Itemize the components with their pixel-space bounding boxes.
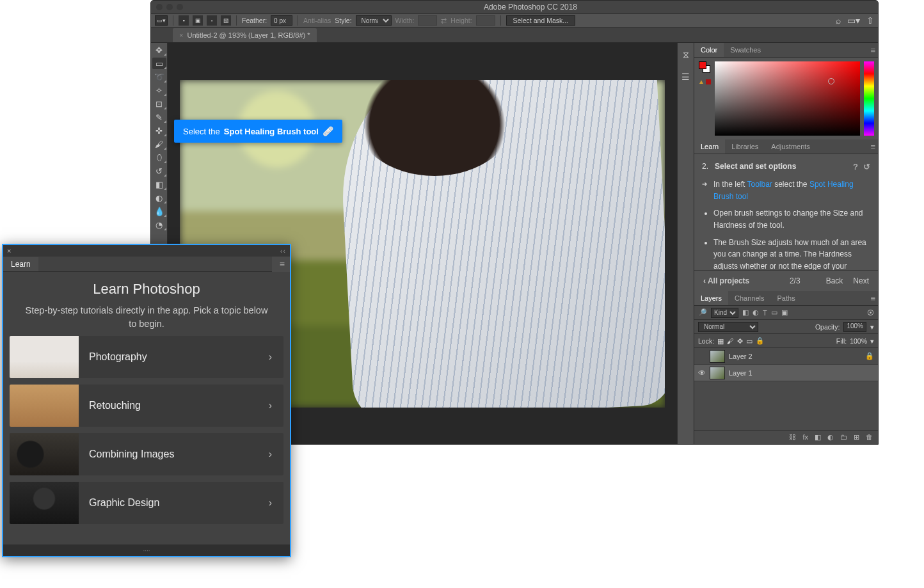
panel-menu-icon[interactable]: ≡ (870, 142, 875, 152)
panel-menu-icon[interactable]: ≡ (272, 257, 290, 272)
lasso-tool-icon[interactable]: ➰ (152, 71, 166, 83)
lock-image-icon[interactable]: 🖌 (727, 337, 734, 345)
lock-icon[interactable]: 🔒 (865, 352, 874, 360)
reset-icon[interactable]: ↺ (863, 161, 870, 173)
learn-popup-panel: × ‹‹ Learn ≡ Learn Photoshop Step-by-ste… (2, 244, 291, 557)
layer-mask-icon[interactable]: ◧ (815, 433, 821, 441)
tutorial-card-retouching[interactable]: Retouching › (10, 385, 283, 427)
history-brush-tool-icon[interactable]: ↺ (152, 165, 166, 177)
popup-resize-grip[interactable]: ···· (3, 544, 290, 556)
document-tab[interactable]: × Untitled-2 @ 193% (Layer 1, RGB/8#) * (173, 28, 317, 42)
tab-learn[interactable]: Learn (694, 139, 725, 154)
rectangular-marquee-tool-icon[interactable]: ▭ (152, 58, 166, 69)
collapse-icon[interactable]: ‹‹ (280, 247, 286, 255)
opacity-dropdown-icon[interactable]: ▾ (870, 323, 874, 331)
share-icon[interactable]: ⇧ (866, 15, 874, 26)
spot-healing-brush-tool-icon[interactable]: ✜ (152, 125, 166, 136)
visibility-toggle-icon[interactable]: 👁 (698, 369, 706, 377)
lock-transparent-icon[interactable]: ▦ (717, 337, 724, 345)
zoom-window-dot[interactable] (177, 4, 183, 10)
opacity-label: Opacity: (815, 323, 840, 331)
feather-input[interactable] (271, 15, 292, 26)
gamut-warning-icon[interactable]: ▲ (698, 78, 711, 85)
filter-pixel-icon[interactable]: ◧ (742, 308, 749, 317)
delete-layer-icon[interactable]: 🗑 (866, 433, 873, 441)
link-layers-icon[interactable]: ⛓ (789, 433, 796, 441)
new-selection-icon[interactable]: ▪ (179, 15, 189, 26)
all-projects-link[interactable]: All projects (703, 276, 749, 285)
crop-tool-icon[interactable]: ⊡ (152, 98, 166, 109)
foreground-background-swatch[interactable] (699, 61, 710, 73)
close-icon[interactable]: × (7, 247, 11, 255)
clone-stamp-tool-icon[interactable]: ⬯ (152, 152, 166, 163)
adjustment-layer-icon[interactable]: ◐ (827, 433, 834, 441)
tab-layers[interactable]: Layers (694, 291, 728, 305)
tutorial-card-photography[interactable]: Photography › (10, 336, 283, 378)
filter-kind-icon[interactable]: 🔎 (698, 308, 707, 317)
filter-shape-icon[interactable]: ▭ (771, 308, 777, 317)
filter-smart-icon[interactable]: ▣ (781, 308, 788, 317)
tab-channels[interactable]: Channels (728, 291, 770, 305)
search-icon[interactable]: ⌕ (836, 15, 841, 26)
filter-kind-select[interactable]: Kind (711, 308, 738, 318)
hint-bold: Spot Healing Brush tool (224, 127, 319, 136)
workspace-switcher-icon[interactable]: ▭▾ (847, 15, 860, 26)
tutorial-card-combining[interactable]: Combining Images › (10, 433, 283, 475)
tab-color[interactable]: Color (694, 43, 724, 57)
lock-position-icon[interactable]: ✥ (737, 337, 743, 345)
blend-mode-select[interactable]: Normal (698, 322, 758, 332)
color-field[interactable] (715, 61, 860, 136)
minimize-window-dot[interactable] (166, 4, 173, 10)
blur-tool-icon[interactable]: 💧 (152, 205, 166, 217)
opacity-value[interactable]: 100% (843, 322, 866, 332)
color-panel: ▲ (694, 58, 878, 139)
properties-panel-icon[interactable]: ☰ (681, 72, 690, 82)
new-layer-icon[interactable]: ⊞ (854, 433, 859, 441)
layer-name: Layer 2 (729, 353, 753, 360)
dodge-tool-icon[interactable]: ◔ (152, 219, 166, 230)
next-button[interactable]: Next (853, 276, 869, 285)
lock-nesting-icon[interactable]: ▭ (746, 337, 753, 345)
group-icon[interactable]: 🗀 (840, 433, 847, 441)
add-to-selection-icon[interactable]: ▣ (193, 15, 203, 26)
filter-type-icon[interactable]: T (763, 309, 767, 317)
popup-tab-learn[interactable]: Learn (3, 257, 38, 271)
panel-menu-icon[interactable]: ≡ (870, 45, 875, 55)
close-window-dot[interactable] (156, 4, 163, 10)
back-button[interactable]: Back (826, 276, 843, 285)
help-icon[interactable]: ? (853, 161, 858, 173)
filter-toggle-icon[interactable]: ⦿ (867, 309, 874, 317)
subtract-from-selection-icon[interactable]: ▫ (207, 15, 217, 26)
history-panel-icon[interactable]: ⧖ (683, 49, 689, 60)
layers-panel-footer: ⛓ fx ◧ ◐ 🗀 ⊞ 🗑 (694, 430, 878, 444)
tab-swatches[interactable]: Swatches (724, 43, 767, 57)
swap-wh-icon: ⇄ (441, 17, 447, 24)
tab-adjustments[interactable]: Adjustments (765, 139, 816, 154)
quick-selection-tool-icon[interactable]: ✧ (152, 84, 166, 96)
layer-item[interactable]: 👁 Layer 1 (694, 365, 878, 381)
tab-paths[interactable]: Paths (771, 291, 802, 305)
move-tool-icon[interactable]: ✥ (152, 44, 166, 56)
hue-slider[interactable] (864, 61, 874, 136)
tab-libraries[interactable]: Libraries (725, 139, 765, 154)
tutorial-card-graphic-design[interactable]: Graphic Design › (10, 482, 283, 524)
layer-fx-icon[interactable]: fx (802, 433, 808, 441)
eraser-tool-icon[interactable]: ◧ (152, 179, 166, 190)
close-tab-icon[interactable]: × (179, 31, 183, 39)
toolbar-link[interactable]: Toolbar (747, 180, 772, 189)
filter-adjust-icon[interactable]: ◐ (753, 308, 759, 317)
tool-preset-picker-icon[interactable]: ▭▾ (155, 15, 168, 26)
gradient-tool-icon[interactable]: ◐ (152, 192, 166, 203)
lock-all-icon[interactable]: 🔒 (756, 337, 764, 345)
layer-item[interactable]: Layer 2 🔒 (694, 348, 878, 365)
fill-dropdown-icon[interactable]: ▾ (870, 337, 874, 345)
eyedropper-tool-icon[interactable]: ✎ (152, 111, 166, 123)
fill-value[interactable]: 100% (850, 337, 867, 345)
panel-menu-icon[interactable]: ≡ (870, 294, 875, 303)
style-select[interactable]: Normal (356, 15, 392, 26)
chevron-right-icon: › (257, 497, 283, 509)
intersect-selection-icon[interactable]: ▧ (221, 15, 231, 26)
select-and-mask-button[interactable]: Select and Mask... (506, 15, 575, 26)
style-label: Style: (335, 17, 351, 24)
brush-tool-icon[interactable]: 🖌 (152, 138, 166, 150)
